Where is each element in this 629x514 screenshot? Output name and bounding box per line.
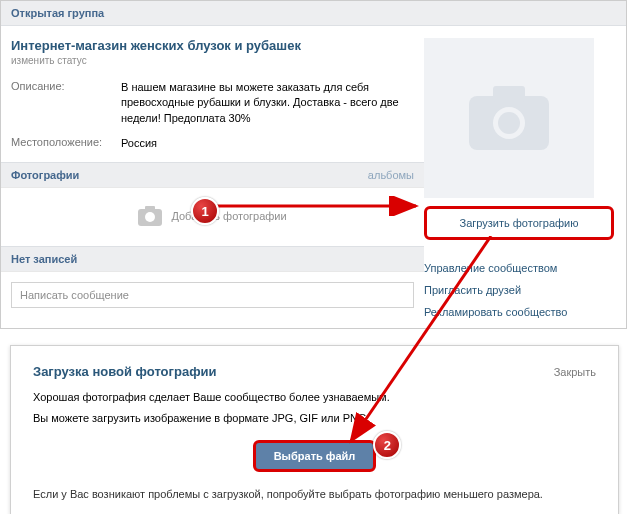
upload-photo-button[interactable]: Загрузить фотографию — [424, 206, 614, 240]
invite-friends-link[interactable]: Пригласить друзей — [424, 284, 614, 296]
annotation-badge-1: 1 — [191, 197, 219, 225]
add-photo-label: Добавить фотографии — [171, 209, 286, 221]
svg-point-2 — [145, 212, 155, 222]
photos-section-header: Фотографии альбомы — [1, 162, 424, 188]
svg-rect-1 — [145, 206, 155, 211]
group-type-header: Открытая группа — [1, 1, 626, 26]
modal-text-2: Вы можете загрузить изображение в формат… — [33, 410, 596, 427]
modal-close-button[interactable]: Закрыть — [554, 366, 596, 378]
change-status-link[interactable]: изменить статус — [11, 55, 414, 66]
description-value: В нашем магазине вы можете заказать для … — [121, 80, 414, 126]
description-label: Описание: — [11, 80, 121, 126]
modal-footer-text: Если у Вас возникают проблемы с загрузко… — [33, 488, 596, 500]
albums-link[interactable]: альбомы — [368, 169, 414, 181]
location-value: Россия — [121, 136, 414, 151]
camera-placeholder-icon — [469, 86, 549, 150]
advertise-community-link[interactable]: Рекламировать сообщество — [424, 306, 614, 318]
camera-icon — [138, 206, 162, 228]
photos-title: Фотографии — [11, 169, 79, 181]
manage-community-link[interactable]: Управление сообществом — [424, 262, 614, 274]
choose-file-label: Выбрать файл — [274, 450, 356, 462]
group-photo-placeholder — [424, 38, 594, 198]
modal-title: Загрузка новой фотографии — [33, 364, 217, 379]
modal-text-1: Хорошая фотография сделает Ваше сообщест… — [33, 389, 596, 406]
group-title: Интернет-магазин женских блузок и рубаше… — [11, 38, 414, 53]
location-label: Местоположение: — [11, 136, 121, 151]
write-message-input[interactable]: Написать сообщение — [11, 282, 414, 308]
svg-point-6 — [498, 112, 520, 134]
svg-rect-4 — [493, 86, 525, 102]
no-posts-header: Нет записей — [1, 246, 424, 272]
upload-photo-modal: Загрузка новой фотографии Закрыть Хороша… — [10, 345, 619, 514]
annotation-badge-2: 2 — [373, 431, 401, 459]
choose-file-button[interactable]: Выбрать файл 2 — [253, 440, 377, 472]
